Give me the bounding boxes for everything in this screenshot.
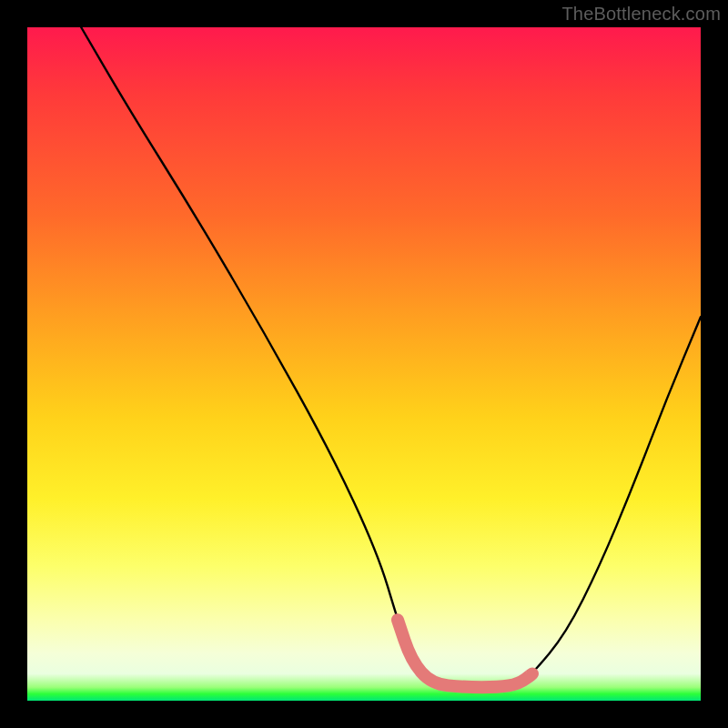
- highlight-curve-path: [398, 620, 532, 687]
- watermark-label: TheBottleneck.com: [561, 4, 721, 25]
- curve-layer: [27, 27, 701, 701]
- black-curve-path: [81, 27, 701, 687]
- plot-area: [27, 27, 701, 701]
- chart-frame: TheBottleneck.com: [0, 0, 728, 728]
